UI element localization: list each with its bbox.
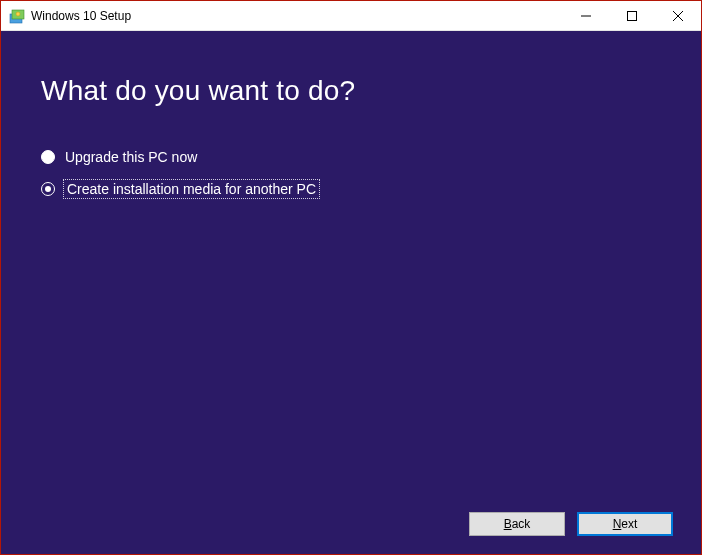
option-upgrade-this-pc[interactable]: Upgrade this PC now	[41, 149, 318, 165]
app-icon	[9, 8, 25, 24]
back-button[interactable]: Back	[469, 512, 565, 536]
titlebar: Windows 10 Setup	[1, 1, 701, 31]
option-label: Upgrade this PC now	[65, 149, 197, 165]
options-group: Upgrade this PC now Create installation …	[41, 149, 318, 213]
next-button[interactable]: Next	[577, 512, 673, 536]
close-button[interactable]	[655, 1, 701, 31]
radio-icon	[41, 182, 55, 196]
footer-buttons: Back Next	[469, 512, 673, 536]
client-area: What do you want to do? Upgrade this PC …	[1, 31, 701, 554]
option-label: Create installation media for another PC	[65, 181, 318, 197]
window-title: Windows 10 Setup	[31, 9, 131, 23]
option-create-installation-media[interactable]: Create installation media for another PC	[41, 181, 318, 197]
minimize-button[interactable]	[563, 1, 609, 31]
radio-icon	[41, 150, 55, 164]
svg-point-2	[16, 12, 20, 16]
page-heading: What do you want to do?	[41, 75, 355, 107]
svg-rect-4	[628, 11, 637, 20]
maximize-button[interactable]	[609, 1, 655, 31]
